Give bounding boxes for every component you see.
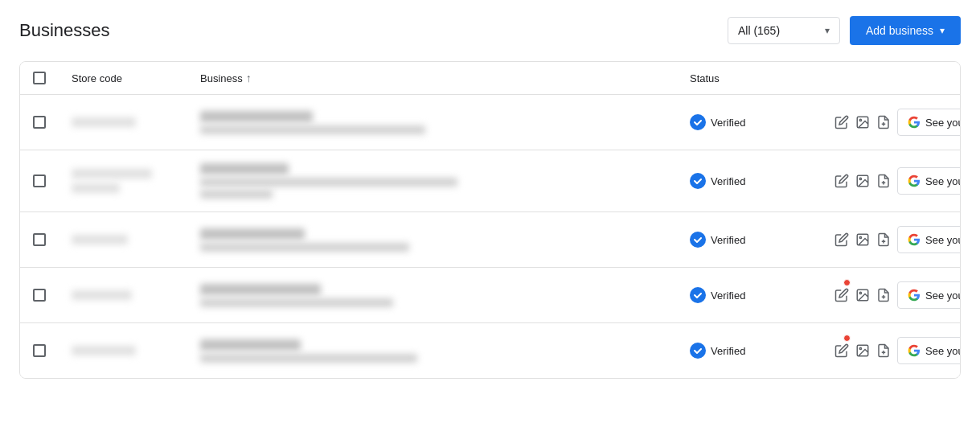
status-text: Verified — [711, 289, 745, 302]
business-cell — [200, 339, 690, 363]
business-address — [200, 354, 417, 363]
store-code-value — [72, 346, 136, 355]
status-text: Verified — [711, 345, 745, 357]
see-profile-button[interactable]: See your profile — [897, 226, 961, 253]
business-address — [200, 243, 409, 252]
business-name — [200, 284, 321, 295]
verified-icon — [690, 114, 706, 130]
see-profile-label: See your profile — [925, 289, 961, 302]
row-checkbox[interactable] — [33, 116, 46, 129]
edit-button[interactable] — [834, 225, 849, 254]
add-business-chevron-icon: ▾ — [940, 25, 945, 36]
actions-cell: See your profile — [834, 225, 947, 254]
status-cell: Verified — [690, 343, 834, 359]
business-cell — [200, 284, 690, 307]
row-checkbox-cell — [33, 174, 72, 187]
select-all-checkbox[interactable] — [33, 72, 46, 84]
post-button[interactable] — [876, 281, 891, 310]
status-cell: Verified — [690, 114, 834, 130]
photo-button[interactable] — [855, 166, 870, 195]
status-cell: Verified — [690, 287, 834, 303]
status-text: Verified — [711, 175, 745, 187]
row-checkbox[interactable] — [33, 174, 46, 187]
post-button[interactable] — [876, 225, 891, 254]
business-cell — [200, 111, 690, 134]
business-sort-icon[interactable]: ↑ — [246, 72, 252, 84]
see-profile-label: See your profile — [925, 117, 961, 129]
row-checkbox-cell — [33, 289, 72, 302]
table-row: Verified — [20, 212, 960, 268]
post-button[interactable] — [876, 336, 891, 365]
edit-button[interactable] — [834, 108, 849, 137]
header-checkbox-cell — [33, 72, 72, 84]
status-cell: Verified — [690, 232, 834, 248]
store-code-cell — [72, 235, 200, 244]
edit-button[interactable] — [834, 166, 849, 195]
status-header: Status — [690, 72, 834, 84]
row-checkbox[interactable] — [33, 344, 46, 357]
photo-button[interactable] — [855, 281, 870, 310]
business-address-2 — [200, 190, 273, 199]
table-row: Verified — [20, 150, 960, 212]
edit-button[interactable] — [834, 281, 849, 310]
row-checkbox[interactable] — [33, 289, 46, 302]
verified-icon — [690, 173, 706, 189]
store-code-cell — [72, 346, 200, 355]
table-row: Verified — [20, 323, 960, 378]
actions-cell: See your profile — [834, 108, 947, 137]
post-button[interactable] — [876, 108, 891, 137]
svg-point-5 — [859, 178, 861, 179]
edit-button[interactable] — [834, 336, 849, 365]
business-address — [200, 125, 425, 134]
store-code-value — [72, 117, 136, 127]
store-code-cell — [72, 117, 200, 127]
businesses-table: Store code Business ↑ Status — [19, 61, 961, 379]
see-profile-label: See your profile — [925, 175, 961, 187]
see-profile-button[interactable]: See your profile — [897, 167, 961, 195]
page-container: Businesses All (165) ▾ Add business ▾ St… — [0, 0, 980, 395]
table-header: Store code Business ↑ Status — [20, 62, 960, 95]
business-name — [200, 339, 301, 351]
google-icon — [908, 174, 921, 187]
status-text: Verified — [711, 234, 745, 246]
photo-button[interactable] — [855, 225, 870, 254]
table-row: Verified — [20, 95, 960, 150]
filter-label: All (165) — [738, 24, 818, 37]
photo-button[interactable] — [855, 336, 870, 365]
svg-point-9 — [859, 236, 861, 238]
filter-dropdown[interactable]: All (165) ▾ — [728, 17, 840, 44]
row-checkbox-cell — [33, 233, 72, 246]
photo-button[interactable] — [855, 108, 870, 137]
see-profile-button[interactable]: See your profile — [897, 109, 961, 136]
business-name — [200, 163, 289, 174]
actions-cell: See your profile — [834, 336, 947, 365]
see-profile-button[interactable]: See your profile — [897, 337, 961, 364]
verified-icon — [690, 343, 706, 359]
verified-icon — [690, 232, 706, 248]
add-business-label: Add business — [866, 24, 933, 37]
business-cell — [200, 228, 690, 252]
actions-cell: See your profile — [834, 166, 947, 195]
header-row: Businesses All (165) ▾ Add business ▾ — [19, 16, 961, 45]
business-address — [200, 178, 457, 187]
post-button[interactable] — [876, 166, 891, 195]
store-code-value — [72, 235, 128, 244]
business-header: Business ↑ — [200, 72, 690, 84]
table-row: Verified — [20, 268, 960, 323]
store-code-cell — [72, 290, 200, 300]
business-cell — [200, 163, 690, 199]
row-checkbox[interactable] — [33, 233, 46, 246]
business-address — [200, 298, 393, 307]
see-profile-label: See your profile — [925, 345, 961, 357]
status-text: Verified — [711, 117, 745, 129]
business-name — [200, 228, 305, 240]
svg-point-13 — [859, 292, 861, 294]
see-profile-button[interactable]: See your profile — [897, 281, 961, 309]
google-icon — [908, 233, 921, 246]
google-icon — [908, 116, 921, 129]
add-business-button[interactable]: Add business ▾ — [850, 16, 961, 45]
store-code-value — [72, 169, 152, 179]
verified-icon — [690, 287, 706, 303]
see-profile-label: See your profile — [925, 234, 961, 246]
actions-header — [834, 72, 947, 84]
